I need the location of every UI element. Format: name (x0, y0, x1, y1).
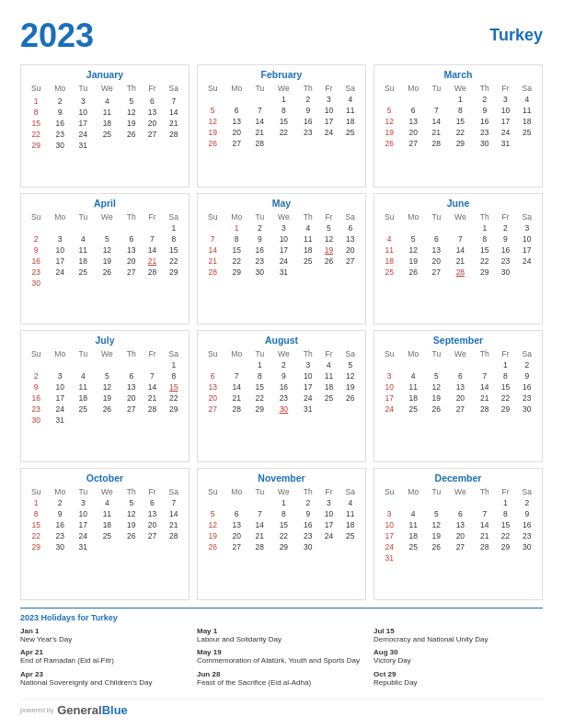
calendar-day: 27 (224, 138, 249, 149)
calendar-day (121, 222, 142, 233)
calendar-day: 5 (94, 370, 121, 381)
day-header: Mo (400, 348, 426, 359)
calendar-day (201, 94, 224, 105)
calendar-day: 17 (318, 519, 339, 530)
calendar-day (94, 415, 121, 426)
calendar-day: 16 (474, 116, 495, 127)
calendar-day: 29 (270, 541, 298, 552)
calendar-day: 7 (163, 497, 185, 508)
calendar-day: 7 (474, 508, 495, 519)
year-label: 2023 (20, 17, 94, 55)
day-header: We (94, 83, 121, 94)
day-header: We (447, 83, 475, 94)
calendar-day (121, 541, 142, 552)
calendar-day: 19 (378, 127, 400, 138)
calendar-day (94, 278, 121, 289)
calendar-day: 23 (297, 127, 318, 138)
calendar-day: 5 (378, 105, 400, 116)
calendar-day: 4 (400, 370, 426, 381)
calendar-day (447, 497, 475, 508)
calendar-day (297, 267, 318, 278)
calendar-day: 15 (163, 245, 185, 256)
holiday-date: May 19 (197, 648, 366, 656)
calendar-day: 21 (142, 256, 162, 267)
calendar-day: 7 (142, 233, 162, 245)
calendar-day (516, 267, 538, 278)
calendar-day (516, 138, 538, 149)
calendar-day (447, 359, 475, 370)
day-header: Tu (426, 83, 447, 94)
calendar-day: 24 (297, 392, 318, 404)
calendar-day: 12 (339, 370, 362, 381)
day-header: Fr (495, 348, 515, 359)
calendar-day: 12 (201, 116, 224, 127)
calendar-day: 17 (47, 392, 73, 404)
month-block-march: MarchSuMoTuWeThFrSa123456789101112131415… (373, 64, 543, 188)
day-header: Sa (339, 486, 362, 497)
calendar-day: 23 (25, 267, 47, 278)
day-header: Su (25, 348, 47, 359)
month-block-february: FebruarySuMoTuWeThFrSa123456789101112131… (197, 64, 366, 188)
day-header: Mo (47, 83, 73, 94)
calendar-day: 17 (73, 519, 94, 530)
calendar-day (224, 359, 249, 370)
calendar-day: 19 (201, 530, 224, 541)
calendar-day: 15 (25, 118, 47, 129)
holidays-grid: Jan 1New Year's DayApr 21End of Ramadan … (20, 627, 543, 691)
day-header: Tu (249, 486, 270, 497)
holiday-name: Feast of the Sacrifice (Eid al-Adha) (197, 678, 366, 688)
calendar-day: 2 (47, 497, 73, 508)
calendar-day: 15 (163, 381, 185, 392)
calendar-day (447, 222, 475, 233)
calendar-day: 31 (378, 552, 400, 563)
calendar-day: 4 (73, 370, 94, 381)
day-header: Mo (47, 348, 73, 359)
calendar-day: 20 (121, 256, 142, 267)
calendar-day: 25 (400, 404, 426, 415)
calendar-day: 8 (25, 508, 47, 519)
calendar-day: 6 (447, 370, 475, 381)
month-title: October (25, 472, 185, 483)
calendar-day: 16 (47, 118, 73, 129)
calendar-day: 3 (318, 94, 339, 105)
calendar-day (339, 267, 362, 278)
calendar-day: 24 (270, 256, 298, 267)
calendar-day: 3 (270, 222, 298, 233)
holiday-item: May 1Labour and Solidarity Day (197, 627, 366, 644)
calendar-day: 20 (142, 519, 162, 530)
day-header: Mo (224, 486, 249, 497)
calendar-day: 6 (400, 105, 426, 116)
calendar-day: 30 (47, 541, 73, 552)
calendar-day: 8 (270, 508, 298, 519)
day-header: Tu (426, 348, 447, 359)
calendar-day: 4 (378, 233, 400, 245)
calendar-day: 2 (270, 359, 298, 370)
calendar-day: 21 (163, 118, 185, 129)
calendar-day: 10 (47, 381, 73, 392)
calendar-day: 6 (142, 96, 162, 107)
calendar-day: 15 (25, 519, 47, 530)
calendar-day: 21 (249, 127, 270, 138)
calendar-day: 24 (318, 530, 339, 541)
calendar-day: 21 (224, 392, 249, 404)
calendar-day: 2 (25, 233, 47, 245)
calendar-day: 18 (339, 519, 362, 530)
calendar-day: 30 (47, 140, 73, 151)
calendar-day: 7 (224, 370, 249, 381)
day-header: We (447, 211, 475, 222)
calendar-day: 6 (447, 508, 475, 519)
calendar-day: 1 (447, 94, 475, 105)
day-header: Fr (318, 486, 339, 497)
day-header: We (270, 486, 298, 497)
calendar-day: 16 (270, 381, 298, 392)
month-block-april: AprilSuMoTuWeThFrSa123456789101112131415… (20, 193, 190, 325)
day-header: Th (121, 83, 142, 94)
calendar-day: 26 (94, 404, 121, 415)
calendar-day: 27 (121, 404, 142, 415)
calendar-day (378, 94, 400, 105)
calendar-day: 23 (516, 530, 538, 541)
calendar-day: 30 (25, 278, 47, 289)
calendar-day (270, 138, 298, 149)
day-header: Su (25, 83, 47, 94)
calendar-day: 5 (201, 105, 224, 116)
